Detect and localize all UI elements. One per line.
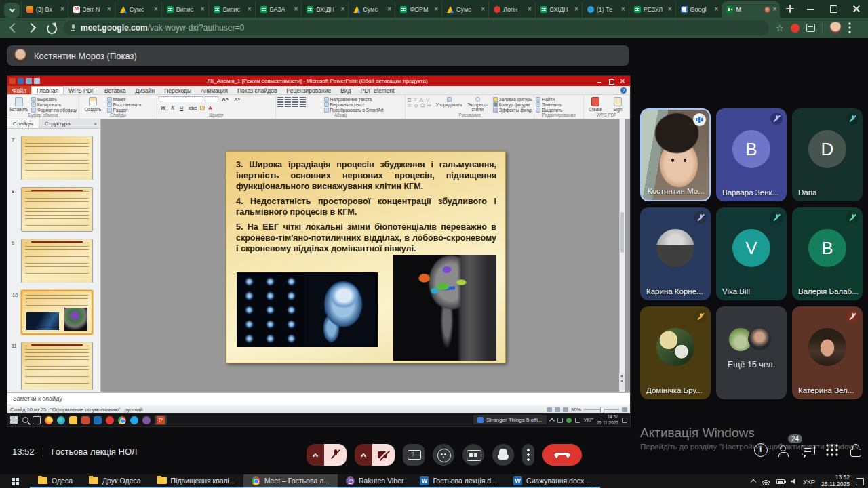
cut-button[interactable]: Вырезать <box>31 97 77 102</box>
tab-close-icon[interactable]: × <box>574 6 578 13</box>
slide-thumbnail-9[interactable]: 9 <box>21 239 93 283</box>
justify-icon[interactable] <box>300 102 306 107</box>
presenter-clock[interactable]: 14:5225.11.2025 <box>597 414 618 426</box>
slide-thumbnail-11[interactable]: 11 <box>21 342 93 390</box>
browser-tab-1[interactable]: (3) Вх× <box>21 1 68 18</box>
slide-thumbnail-10-selected[interactable]: 10 <box>21 290 93 335</box>
find-button[interactable]: Найти <box>536 97 562 102</box>
chrome-icon[interactable] <box>118 416 126 424</box>
reload-button[interactable] <box>45 22 57 34</box>
browser-menu-icon[interactable] <box>848 22 851 33</box>
bookmark-star-icon[interactable] <box>776 24 784 33</box>
file-explorer-icon[interactable] <box>69 416 77 424</box>
battery-icon[interactable] <box>776 479 785 484</box>
participant-tile-kostiantyn[interactable]: Костянтин Мо... <box>640 108 711 201</box>
more-options-button[interactable] <box>522 444 534 466</box>
browser-tab-6[interactable]: БАЗА× <box>255 1 302 18</box>
shape-effects-button[interactable]: Эффекты фигур <box>493 108 533 113</box>
browser-tab-3[interactable]: Сумс× <box>115 1 161 18</box>
ribbon-tab-pdfelement[interactable]: PDF-element <box>356 86 399 94</box>
new-tab-button[interactable] <box>783 1 796 16</box>
news-widget[interactable]: Stranger Things 5 offi... <box>473 415 547 424</box>
browser-tab-13[interactable]: (1) Те× <box>582 1 629 18</box>
sorter-view-icon[interactable] <box>555 407 560 412</box>
browser-tab-2[interactable]: Звіт N× <box>68 1 115 18</box>
tab-close-icon[interactable]: × <box>621 6 625 13</box>
browser-tab-8[interactable]: Сумс× <box>348 1 395 18</box>
layout-button[interactable]: Макет <box>107 97 142 102</box>
tab-close-icon[interactable]: × <box>715 6 719 13</box>
browser-tab-10[interactable]: Сумс× <box>441 1 488 18</box>
browser-tab-12[interactable]: ВХІДН× <box>535 1 582 18</box>
section-button[interactable]: Раздел <box>107 108 142 113</box>
sign-button[interactable]: Sign <box>608 96 628 112</box>
smartart-button[interactable]: Преобразовать в SmartArt <box>324 108 384 113</box>
mic-options-button[interactable] <box>307 444 324 466</box>
participant-tile-dominichka[interactable]: Домінічка Бру... <box>640 306 711 399</box>
task-view-icon[interactable] <box>33 416 41 424</box>
create-pdf-button[interactable]: Create PDF <box>585 96 606 113</box>
tab-close-icon[interactable]: × <box>294 6 298 13</box>
bullets-icon[interactable] <box>277 97 283 102</box>
tray-expand-icon[interactable] <box>751 479 756 485</box>
font-size-select[interactable] <box>205 96 218 102</box>
italic-button[interactable]: К <box>169 104 176 112</box>
scrollbar-thumb[interactable] <box>620 212 624 253</box>
vertical-scrollbar[interactable] <box>619 119 625 392</box>
start-icon[interactable] <box>10 416 18 424</box>
ribbon-tab-view[interactable]: Вид <box>336 86 355 94</box>
presenter-notifications-icon[interactable] <box>622 418 627 423</box>
forward-button[interactable] <box>26 22 38 34</box>
align-right-icon[interactable] <box>292 102 298 107</box>
start-button[interactable] <box>0 474 30 488</box>
volume-icon[interactable] <box>791 479 797 485</box>
camera-off-button[interactable] <box>372 444 395 466</box>
save-icon[interactable] <box>18 78 24 84</box>
browser-tab-5[interactable]: Випис× <box>208 1 255 18</box>
align-text-button[interactable]: Выровнять текст <box>324 102 384 107</box>
captions-button[interactable] <box>462 444 484 466</box>
slide-thumbnail-8[interactable]: 8 <box>21 187 93 232</box>
wifi-icon[interactable] <box>762 479 770 485</box>
taskbar-item-druk-odesa[interactable]: Друк Одеса <box>81 474 149 488</box>
participant-tile-varvara[interactable]: B Варвара Зенк... <box>716 108 787 201</box>
close-button[interactable] <box>845 0 868 18</box>
participant-tile-overflow[interactable]: Ещё 15 чел. <box>716 306 787 399</box>
reactions-button[interactable] <box>433 444 454 466</box>
tab-close-icon[interactable]: × <box>434 6 438 13</box>
text-direction-button[interactable]: Направление текста <box>324 97 384 102</box>
browser-tab-11[interactable]: Логін× <box>488 1 535 18</box>
notification-center-icon[interactable] <box>856 478 864 485</box>
ppt-minimize-button[interactable] <box>595 78 604 85</box>
tray-volume-icon[interactable] <box>575 418 580 423</box>
browser-tab-9[interactable]: ФОРМ× <box>395 1 441 18</box>
redo-icon[interactable] <box>34 78 40 84</box>
ribbon-tab-insert[interactable]: Вставка <box>100 86 131 94</box>
align-left-icon[interactable] <box>277 102 283 107</box>
tab-close-icon[interactable]: × <box>528 6 532 13</box>
panel-tab-outline[interactable]: Структура <box>39 119 76 128</box>
powerpoint-active-task[interactable]: P <box>155 415 167 425</box>
bold-button[interactable]: Ж <box>159 104 167 112</box>
taskbar-item-viber[interactable]: Rakuten Viber <box>338 474 412 488</box>
tab-close-icon[interactable]: × <box>60 6 64 13</box>
copy-button[interactable]: Копировать <box>31 102 77 107</box>
extensions-icon[interactable] <box>806 24 815 32</box>
ribbon-tab-wpspdf[interactable]: WPS PDF <box>64 86 100 94</box>
participant-tile-vika[interactable]: V Vika Bill <box>716 207 787 300</box>
firefox-icon[interactable] <box>45 416 53 424</box>
help-icon[interactable]: ? <box>620 87 627 94</box>
reset-button[interactable]: Восстановить <box>107 102 142 107</box>
search-icon[interactable] <box>22 417 28 423</box>
select-button[interactable]: Выделить <box>536 108 562 113</box>
camera-options-button[interactable] <box>355 444 372 466</box>
tab-close-icon[interactable]: × <box>387 6 391 13</box>
ppt-maximize-button[interactable] <box>606 78 616 85</box>
tab-close-icon[interactable]: × <box>107 6 111 13</box>
present-screen-button[interactable] <box>403 444 425 466</box>
new-slide-button[interactable]: Создать слайд <box>81 96 105 113</box>
ribbon-tab-slideshow[interactable]: Показ слайдов <box>233 86 282 94</box>
format-painter-button[interactable]: Формат по образцу <box>31 108 77 113</box>
ribbon-tab-animation[interactable]: Анимация <box>196 86 233 94</box>
language-indicator[interactable]: УКР <box>803 478 815 485</box>
